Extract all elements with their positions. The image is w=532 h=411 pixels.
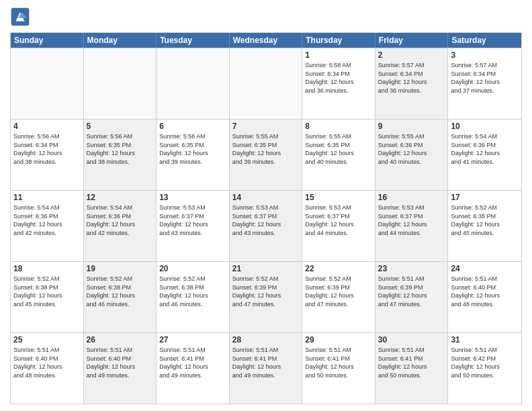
cal-cell [157,48,230,119]
cal-cell: 15Sunrise: 5:53 AM Sunset: 6:37 PM Dayli… [302,191,375,261]
cell-text: Sunrise: 5:55 AM Sunset: 6:35 PM Dayligh… [232,132,300,166]
cell-text: Sunrise: 5:54 AM Sunset: 6:36 PM Dayligh… [13,203,81,237]
cell-text: Sunrise: 5:58 AM Sunset: 6:34 PM Dayligh… [305,61,372,95]
cal-cell: 12Sunrise: 5:54 AM Sunset: 6:36 PM Dayli… [84,191,157,261]
cell-text: Sunrise: 5:53 AM Sunset: 6:37 PM Dayligh… [378,203,445,237]
cell-text: Sunrise: 5:56 AM Sunset: 6:35 PM Dayligh… [87,132,154,166]
day-number: 16 [378,193,445,202]
day-number: 7 [232,122,300,131]
cal-cell: 2Sunrise: 5:57 AM Sunset: 6:34 PM Daylig… [375,48,449,119]
cal-cell: 29Sunrise: 5:51 AM Sunset: 6:41 PM Dayli… [302,333,375,404]
day-number: 2 [378,50,445,60]
day-number: 30 [378,335,445,345]
cal-cell: 28Sunrise: 5:51 AM Sunset: 6:41 PM Dayli… [230,333,303,404]
day-number: 23 [378,264,445,273]
cell-text: Sunrise: 5:52 AM Sunset: 6:38 PM Dayligh… [13,275,81,308]
cal-header-tuesday: Tuesday [157,33,230,48]
cal-cell: 25Sunrise: 5:51 AM Sunset: 6:40 PM Dayli… [11,333,84,404]
cal-cell: 1Sunrise: 5:58 AM Sunset: 6:34 PM Daylig… [302,48,375,119]
cell-text: Sunrise: 5:52 AM Sunset: 6:38 PM Dayligh… [159,275,226,308]
cell-text: Sunrise: 5:51 AM Sunset: 6:42 PM Dayligh… [451,346,519,379]
day-number: 4 [13,122,81,131]
day-number: 15 [305,193,372,202]
cal-header-saturday: Saturday [448,33,521,48]
day-number: 13 [159,193,226,202]
day-number: 18 [13,264,81,273]
cell-text: Sunrise: 5:54 AM Sunset: 6:36 PM Dayligh… [87,203,154,237]
cell-text: Sunrise: 5:52 AM Sunset: 6:39 PM Dayligh… [232,275,300,308]
cal-cell: 22Sunrise: 5:52 AM Sunset: 6:39 PM Dayli… [302,262,375,332]
cell-text: Sunrise: 5:53 AM Sunset: 6:37 PM Dayligh… [305,203,372,237]
cal-cell [11,48,84,119]
day-number: 8 [305,122,372,131]
logo-icon [10,7,30,27]
day-number: 31 [451,335,519,345]
cell-text: Sunrise: 5:57 AM Sunset: 6:34 PM Dayligh… [451,61,519,95]
day-number: 28 [232,335,300,345]
cell-text: Sunrise: 5:52 AM Sunset: 6:38 PM Dayligh… [451,203,519,237]
cell-text: Sunrise: 5:51 AM Sunset: 6:41 PM Dayligh… [378,346,445,379]
calendar-body: 1Sunrise: 5:58 AM Sunset: 6:34 PM Daylig… [11,48,521,404]
day-number: 21 [232,264,300,273]
cell-text: Sunrise: 5:51 AM Sunset: 6:41 PM Dayligh… [159,346,226,379]
calendar-header-row: SundayMondayTuesdayWednesdayThursdayFrid… [11,33,521,48]
cell-text: Sunrise: 5:53 AM Sunset: 6:37 PM Dayligh… [159,203,226,237]
cal-cell: 26Sunrise: 5:51 AM Sunset: 6:40 PM Dayli… [84,333,157,404]
cal-cell: 27Sunrise: 5:51 AM Sunset: 6:41 PM Dayli… [157,333,230,404]
cal-cell: 17Sunrise: 5:52 AM Sunset: 6:38 PM Dayli… [448,191,521,261]
cal-cell: 18Sunrise: 5:52 AM Sunset: 6:38 PM Dayli… [11,262,84,332]
day-number: 24 [451,264,519,273]
cal-cell: 6Sunrise: 5:56 AM Sunset: 6:35 PM Daylig… [157,120,230,190]
day-number: 29 [305,335,372,345]
cell-text: Sunrise: 5:52 AM Sunset: 6:39 PM Dayligh… [305,275,372,308]
cell-text: Sunrise: 5:56 AM Sunset: 6:35 PM Dayligh… [159,132,226,166]
cal-cell: 20Sunrise: 5:52 AM Sunset: 6:38 PM Dayli… [157,262,230,332]
cell-text: Sunrise: 5:51 AM Sunset: 6:40 PM Dayligh… [13,346,81,379]
cell-text: Sunrise: 5:57 AM Sunset: 6:34 PM Dayligh… [378,61,445,95]
day-number: 11 [13,193,81,202]
cell-text: Sunrise: 5:51 AM Sunset: 6:39 PM Dayligh… [378,275,445,308]
cal-cell [84,48,157,119]
cal-week-1: 1Sunrise: 5:58 AM Sunset: 6:34 PM Daylig… [11,48,521,119]
cal-header-monday: Monday [84,33,157,48]
calendar: SundayMondayTuesdayWednesdayThursdayFrid… [10,32,522,404]
cal-week-5: 25Sunrise: 5:51 AM Sunset: 6:40 PM Dayli… [11,332,521,404]
day-number: 5 [87,122,154,131]
day-number: 9 [378,122,445,131]
day-number: 20 [159,264,226,273]
cal-header-wednesday: Wednesday [230,33,303,48]
cal-header-sunday: Sunday [11,33,84,48]
day-number: 27 [159,335,226,345]
cal-cell: 5Sunrise: 5:56 AM Sunset: 6:35 PM Daylig… [84,120,157,190]
cal-cell: 3Sunrise: 5:57 AM Sunset: 6:34 PM Daylig… [448,48,521,119]
cal-cell: 23Sunrise: 5:51 AM Sunset: 6:39 PM Dayli… [375,262,449,332]
cal-cell: 16Sunrise: 5:53 AM Sunset: 6:37 PM Dayli… [375,191,449,261]
cal-cell [230,48,303,119]
logo [10,7,33,27]
cell-text: Sunrise: 5:52 AM Sunset: 6:38 PM Dayligh… [87,275,154,308]
cell-text: Sunrise: 5:53 AM Sunset: 6:37 PM Dayligh… [232,203,300,237]
page-header [10,7,522,27]
cal-cell: 24Sunrise: 5:51 AM Sunset: 6:40 PM Dayli… [448,262,521,332]
day-number: 3 [451,50,519,60]
cal-cell: 10Sunrise: 5:54 AM Sunset: 6:36 PM Dayli… [448,120,521,190]
cell-text: Sunrise: 5:56 AM Sunset: 6:34 PM Dayligh… [13,132,81,166]
cell-text: Sunrise: 5:55 AM Sunset: 6:35 PM Dayligh… [305,132,372,166]
day-number: 26 [87,335,154,345]
cal-cell: 9Sunrise: 5:55 AM Sunset: 6:36 PM Daylig… [375,120,449,190]
cal-cell: 7Sunrise: 5:55 AM Sunset: 6:35 PM Daylig… [230,120,303,190]
cal-header-thursday: Thursday [302,33,375,48]
cal-cell: 19Sunrise: 5:52 AM Sunset: 6:38 PM Dayli… [84,262,157,332]
cal-cell: 31Sunrise: 5:51 AM Sunset: 6:42 PM Dayli… [448,333,521,404]
day-number: 22 [305,264,372,273]
cal-cell: 13Sunrise: 5:53 AM Sunset: 6:37 PM Dayli… [157,191,230,261]
day-number: 25 [13,335,81,345]
cell-text: Sunrise: 5:51 AM Sunset: 6:40 PM Dayligh… [451,275,519,308]
cal-week-4: 18Sunrise: 5:52 AM Sunset: 6:38 PM Dayli… [11,261,521,332]
cal-cell: 14Sunrise: 5:53 AM Sunset: 6:37 PM Dayli… [230,191,303,261]
cal-cell: 11Sunrise: 5:54 AM Sunset: 6:36 PM Dayli… [11,191,84,261]
day-number: 1 [305,50,372,60]
day-number: 12 [87,193,154,202]
cal-cell: 4Sunrise: 5:56 AM Sunset: 6:34 PM Daylig… [11,120,84,190]
cal-cell: 30Sunrise: 5:51 AM Sunset: 6:41 PM Dayli… [375,333,449,404]
